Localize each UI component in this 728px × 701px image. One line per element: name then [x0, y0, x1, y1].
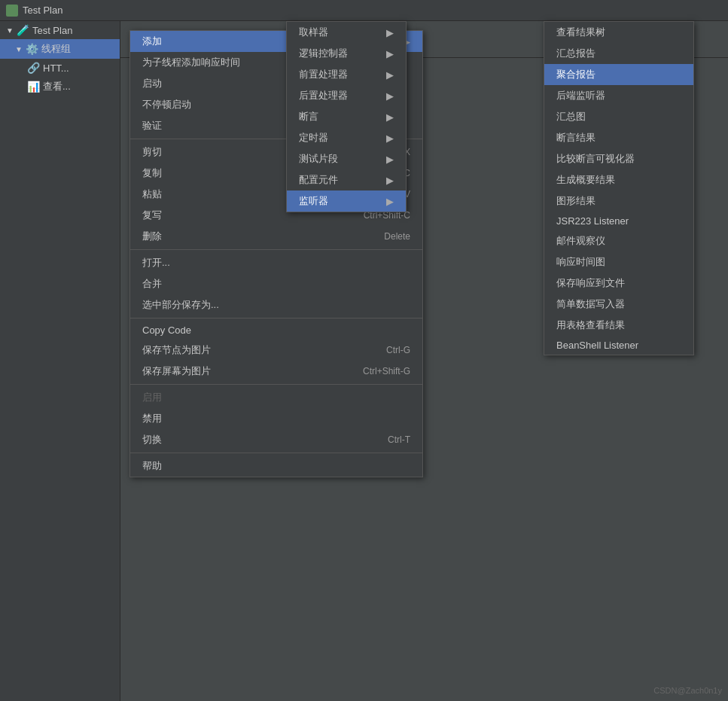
submenu-arrow-assertion: ▶: [386, 111, 394, 123]
watermark: CSDN@Zach0n1y: [653, 686, 722, 695]
menu-item-help[interactable]: 帮助: [130, 456, 422, 477]
submenu-arrow-post: ▶: [386, 90, 394, 102]
menu-item-save-node-img[interactable]: 保存节点为图片 Ctrl-G: [130, 340, 422, 361]
separator-5: [130, 453, 422, 453]
tree-item-testplan[interactable]: ▼ 🧪 Test Plan: [0, 21, 120, 39]
submenu2-view-result-tree[interactable]: 查看结果树: [544, 22, 693, 43]
submenu-level2-listener: 查看结果树 汇总报告 聚合报告 后端监听器 汇总图 断言结果 比较断言可视化器 …: [544, 21, 694, 355]
submenu1-timer[interactable]: 定时器 ▶: [287, 127, 406, 148]
submenu1-listener[interactable]: 监听器 ▶: [287, 190, 406, 212]
menu-item-disable[interactable]: 禁用: [130, 408, 422, 429]
submenu-arrow-config: ▶: [386, 175, 394, 186]
submenu1-sampler[interactable]: 取样器 ▶: [287, 22, 406, 43]
threadgroup-icon: ⚙️: [26, 43, 38, 55]
submenu2-jsr223-listener[interactable]: JSR223 Listener: [544, 212, 693, 230]
submenu-arrow-logic: ▶: [386, 48, 394, 59]
submenu-arrow-testfragment: ▶: [386, 154, 394, 165]
submenu2-aggregate-report[interactable]: 聚合报告: [544, 64, 693, 85]
submenu1-pre[interactable]: 前置处理器 ▶: [287, 64, 406, 85]
submenu1-logic[interactable]: 逻辑控制器 ▶: [287, 43, 406, 64]
submenu2-simple-data-writer[interactable]: 简单数据写入器: [544, 294, 693, 315]
submenu-level1: 取样器 ▶ 逻辑控制器 ▶ 前置处理器 ▶ 后置处理器 ▶ 断言 ▶ 定时器 ▶…: [286, 21, 407, 212]
title-bar-text: Test Plan: [23, 5, 62, 16]
tree-item-label2: 线程组: [41, 42, 71, 56]
submenu1-config[interactable]: 配置元件 ▶: [287, 169, 406, 190]
menu-item-save-screen-img[interactable]: 保存屏幕为图片 Ctrl+Shift-G: [130, 361, 422, 382]
submenu2-backend-listener[interactable]: 后端监听器: [544, 85, 693, 106]
submenu2-graph-results[interactable]: 图形结果: [544, 190, 693, 212]
menu-item-enable: 启用: [130, 387, 422, 408]
view-icon: 📊: [27, 81, 40, 93]
submenu2-response-time-graph[interactable]: 响应时间图: [544, 251, 693, 273]
submenu2-generate-summary[interactable]: 生成概要结果: [544, 169, 693, 190]
tree-item-label3: HTT...: [43, 62, 69, 74]
menu-item-delete[interactable]: 删除 Delete: [130, 226, 422, 247]
submenu2-save-response[interactable]: 保存响应到文件: [544, 273, 693, 294]
http-icon: 🔗: [27, 62, 40, 74]
submenu2-summary-graph[interactable]: 汇总图: [544, 106, 693, 127]
submenu2-summary-report[interactable]: 汇总报告: [544, 43, 693, 64]
submenu2-view-result-table[interactable]: 用表格查看结果: [544, 315, 693, 336]
menu-item-toggle[interactable]: 切换 Ctrl-T: [130, 429, 422, 450]
tree-item-label4: 查看...: [43, 80, 71, 93]
submenu1-post[interactable]: 后置处理器 ▶: [287, 85, 406, 106]
title-bar: Test Plan: [0, 0, 728, 21]
submenu2-assertion-result[interactable]: 断言结果: [544, 127, 693, 148]
menu-item-open[interactable]: 打开...: [130, 252, 422, 273]
menu-item-copy-code[interactable]: Copy Code: [130, 321, 422, 340]
tree-item-label: Test Plan: [32, 25, 72, 36]
separator-4: [130, 384, 422, 385]
submenu-arrow-pre: ▶: [386, 69, 394, 81]
submenu1-assertion[interactable]: 断言 ▶: [287, 106, 406, 127]
submenu-arrow-listener: ▶: [386, 196, 394, 207]
submenu1-testfragment[interactable]: 测试片段 ▶: [287, 148, 406, 169]
expand-arrow2: ▼: [15, 45, 23, 53]
submenu2-compare-assertion[interactable]: 比较断言可视化器: [544, 148, 693, 169]
separator-2: [130, 249, 422, 250]
tree-panel: ▼ 🧪 Test Plan ▼ ⚙️ 线程组 🔗 HTT... 📊 查看...: [0, 21, 120, 701]
menu-item-save-selection[interactable]: 选中部分保存为...: [130, 294, 422, 315]
menu-item-merge[interactable]: 合并: [130, 273, 422, 294]
app-icon: [6, 5, 18, 17]
tree-item-view[interactable]: 📊 查看...: [0, 77, 120, 96]
tree-item-http[interactable]: 🔗 HTT...: [0, 59, 120, 77]
tree-item-threadgroup[interactable]: ▼ ⚙️ 线程组: [0, 39, 120, 59]
submenu2-mail-viewer[interactable]: 邮件观察仪: [544, 230, 693, 251]
expand-arrow: ▼: [6, 26, 14, 35]
testplan-icon: 🧪: [17, 24, 29, 36]
submenu-arrow-sampler: ▶: [386, 27, 394, 38]
submenu2-beanshell-listener[interactable]: BeanShell Listener: [544, 336, 693, 355]
submenu-arrow-timer: ▶: [386, 133, 394, 144]
separator-3: [130, 318, 422, 318]
